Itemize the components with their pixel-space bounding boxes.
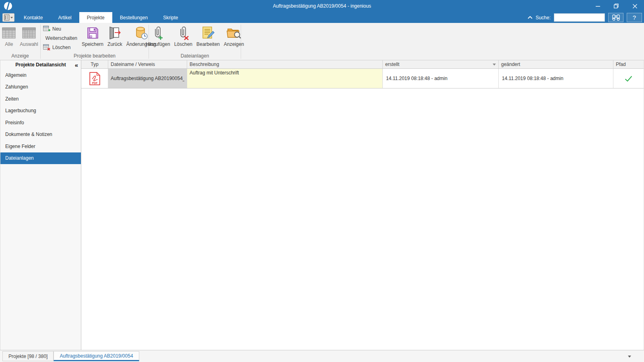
doc-tab-label: Auftragsbestätigung AB2019/0054 [60,353,133,359]
cell-typ[interactable]: PDF [81,69,108,88]
sidebar-item-preisinfo[interactable]: Preisinfo [0,117,81,129]
cell-geaendert[interactable]: 14.11.2019 08:18:48 - admin [499,69,613,88]
grid-selection-icon [22,25,36,41]
folder-search-icon [226,25,242,41]
tab-projekte[interactable]: Projekte [79,12,112,23]
sidebar-item-zahlungen[interactable]: Zahlungen [0,81,81,93]
auswahl-button[interactable]: Auswahl [18,25,39,47]
zurueck-button[interactable]: Zurück [106,25,124,47]
ribbon: Alle Auswahl Anzeige [0,23,644,60]
grid-all-icon [2,25,16,41]
title-bar: Auftragsbestätigung AB2019/0054 - ingeni… [0,0,644,12]
column-header-beschreibung[interactable]: Beschreibung [187,60,383,68]
table-delete-icon [43,44,50,51]
hinzufuegen-button[interactable]: Hinzufügen [144,25,172,47]
table-header: Typ Dateiname / Verweis Beschreibung ers… [81,60,644,69]
button-label: Speichern [82,41,103,47]
bearbeiten-button[interactable]: Bearbeiten [195,25,221,47]
doc-tab-label: Projekte [98 / 380] [8,354,47,359]
app-logo-icon [4,2,12,10]
description-text: Auftrag mit Unterschrift [190,70,239,76]
table-forward-icon [43,35,43,41]
column-header-dateiname[interactable]: Dateiname / Verweis [108,60,187,68]
tab-label: Projekte [87,15,105,21]
column-label: Pfad [616,62,626,67]
ribbon-group-anzeige: Alle Auswahl Anzeige [0,23,40,60]
sidebar-item-eigene-felder[interactable]: Eigene Felder [0,140,81,152]
anzeigen-button[interactable]: Anzeigen [222,25,246,47]
ribbon-group-projekte-bearbeiten: Neu Weiterschalten [41,23,149,60]
column-header-erstellt[interactable]: erstellt [383,60,499,68]
document-tab-bar: Projekte [98 / 380] Auftragsbestätigung … [0,350,644,362]
button-label: Neu [52,26,61,32]
button-label: Bearbeiten [196,41,220,47]
binoculars-icon [612,14,620,21]
cell-dateiname[interactable]: Auftragsbestätigung AB20190054_2... [108,69,187,88]
alle-button[interactable]: Alle [0,25,17,47]
window-title: Auftragsbestätigung AB2019/0054 - ingeni… [0,3,644,9]
created-text: 14.11.2019 08:18:48 - admin [386,76,448,81]
collapse-ribbon-button[interactable] [528,16,533,19]
filename-text: Auftragsbestätigung AB20190054_2... [111,76,184,81]
button-label: Anzeigen [224,41,244,47]
column-label: geändert [501,62,520,67]
sidebar-item-zeiten[interactable]: Zeiten [0,93,81,105]
tab-label: Kontakte [24,15,43,21]
column-header-geaendert[interactable]: geändert [499,60,613,68]
tab-artikel[interactable]: Artikel [50,12,79,23]
ribbon-group-dateianlagen: Hinzufügen Löschen [149,23,241,60]
tab-label: Bestellungen [120,15,148,21]
tab-kontakte[interactable]: Kontakte [16,12,50,23]
sidebar-item-label: Allgemein [5,72,27,78]
paperclip-delete-icon [177,25,189,41]
table-row[interactable]: PDF Auftragsbestätigung AB20190054_2... … [81,69,644,88]
button-label: Weiterschalten [45,35,77,41]
doc-tab-projekte[interactable]: Projekte [98 / 380] [2,351,54,361]
restore-button[interactable] [607,0,625,12]
sidebar-item-label: Dokumente & Notizen [5,132,52,137]
tab-skripte[interactable]: Skripte [155,12,186,23]
button-label: Zurück [107,41,122,47]
column-header-typ[interactable]: Typ [81,60,108,68]
doc-tab-auftragsbestaetigung[interactable]: Auftragsbestätigung AB2019/0054 [54,351,139,361]
column-header-pfad[interactable]: Pfad [613,60,644,68]
tab-label: Skripte [163,15,178,21]
button-label: Hinzufügen [146,41,170,47]
tab-bestellungen[interactable]: Bestellungen [112,12,155,23]
close-button[interactable] [625,0,644,12]
sidebar-item-dateianlagen[interactable]: Dateianlagen [0,152,81,165]
save-floppy-icon [86,25,99,41]
table-add-icon [43,26,50,32]
search-label: Suche: [536,15,551,21]
cell-erstellt[interactable]: 14.11.2019 08:18:48 - admin [383,69,499,88]
main-menu-button[interactable] [2,13,14,22]
loeschen-projekt-button[interactable]: Löschen [43,43,77,51]
cell-beschreibung[interactable]: Auftrag mit Unterschrift [187,69,383,88]
speichern-button[interactable]: Speichern [80,25,105,47]
neu-button[interactable]: Neu [43,25,77,33]
help-button[interactable]: ? [627,13,642,22]
group-label-anzeige: Anzeige [0,53,40,59]
loeschen-anlage-button[interactable]: Löschen [173,25,194,47]
restore-icon [614,4,619,8]
sidebar-item-label: Lagerbuchung [5,108,36,113]
search-input[interactable] [554,13,605,22]
search-button[interactable] [608,13,623,22]
tab-list-dropdown-icon[interactable] [628,356,631,358]
cell-pfad[interactable] [613,69,644,88]
column-label: erstellt [385,62,399,67]
weiterschalten-button[interactable]: Weiterschalten [43,34,77,42]
detail-sidebar: Projekte Detailansicht « Allgemein Zahlu… [0,60,81,350]
attachments-panel: Typ Dateiname / Verweis Beschreibung ers… [81,60,644,350]
sidebar-collapse-button[interactable]: « [75,60,78,69]
minimize-button[interactable] [588,0,607,12]
sidebar-title: Projekte Detailansicht [15,62,66,68]
svg-text:PDF: PDF [92,81,97,84]
minimize-icon [596,4,600,8]
sidebar-item-lagerbuchung[interactable]: Lagerbuchung [0,105,81,117]
table-empty-area [81,88,644,350]
sidebar-item-allgemein[interactable]: Allgemein [0,69,81,81]
sidebar-item-dokumente-notizen[interactable]: Dokumente & Notizen [0,129,81,141]
group-label-dateianlagen: Dateianlagen [149,53,241,59]
check-icon [625,76,632,82]
